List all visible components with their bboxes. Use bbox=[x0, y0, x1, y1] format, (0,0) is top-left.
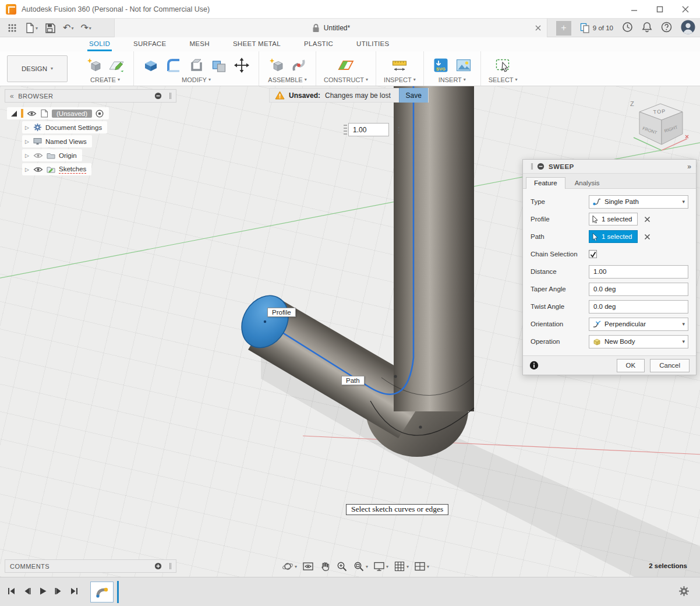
tab-mesh[interactable]: MESH bbox=[188, 38, 211, 51]
combine-button[interactable] bbox=[210, 56, 228, 75]
workspace-selector-button[interactable]: DESIGN ▾ bbox=[7, 55, 68, 82]
press-pull-button[interactable] bbox=[142, 56, 160, 75]
type-dropdown[interactable]: Single Path ▾ bbox=[589, 195, 688, 209]
zoom-button[interactable] bbox=[336, 561, 348, 572]
chain-selection-checkbox[interactable] bbox=[589, 250, 597, 258]
pipe-vertical-segment[interactable] bbox=[394, 86, 474, 411]
profile-select-button[interactable]: 1 selected bbox=[589, 213, 638, 226]
comments-header[interactable]: COMMENTS bbox=[5, 559, 176, 573]
shell-button[interactable] bbox=[187, 56, 206, 75]
pan-button[interactable] bbox=[319, 561, 331, 572]
go-to-start-button[interactable] bbox=[7, 587, 16, 597]
assemble-group-label[interactable]: ASSEMBLE▾ bbox=[268, 76, 306, 83]
timeline-sweep-feature[interactable] bbox=[90, 582, 114, 603]
operation-dropdown[interactable]: New Body ▾ bbox=[589, 335, 688, 348]
elbow-vertex-2[interactable] bbox=[419, 425, 422, 428]
drag-handle-icon[interactable] bbox=[344, 125, 347, 135]
insert-group-label[interactable]: INSERT▾ bbox=[439, 76, 466, 83]
fillet-button[interactable] bbox=[164, 56, 183, 75]
document-root-label[interactable]: (Unsaved) bbox=[52, 110, 92, 118]
play-button[interactable] bbox=[38, 587, 47, 597]
profile-clear-button[interactable] bbox=[644, 216, 650, 223]
sweep-dialog-header[interactable]: SWEEP » bbox=[523, 160, 696, 174]
twist-angle-input[interactable] bbox=[589, 300, 688, 313]
select-button[interactable] bbox=[494, 56, 512, 75]
tab-feature[interactable]: Feature bbox=[526, 177, 565, 189]
file-menu-button[interactable]: ▾ bbox=[22, 20, 40, 36]
profile-center-point[interactable] bbox=[264, 320, 266, 323]
tab-analysis[interactable]: Analysis bbox=[567, 177, 608, 189]
browser-item-origin[interactable]: ▷ Origin bbox=[22, 149, 82, 161]
notifications-button[interactable] bbox=[642, 22, 652, 34]
job-status-button[interactable] bbox=[622, 22, 633, 34]
insert-canvas-button[interactable] bbox=[454, 56, 473, 75]
dialog-expand-icon[interactable]: » bbox=[687, 163, 691, 171]
path-select-button[interactable]: 1 selected bbox=[589, 230, 638, 243]
document-tab-close-button[interactable] bbox=[534, 24, 542, 32]
display-settings-button[interactable]: ▾ bbox=[373, 561, 388, 572]
select-group-label[interactable]: SELECT▾ bbox=[489, 76, 518, 83]
expand-comments-button[interactable] bbox=[154, 562, 162, 570]
tab-sheet-metal[interactable]: SHEET METAL bbox=[231, 38, 282, 51]
panel-resize-handle[interactable] bbox=[169, 563, 171, 569]
browser-item-sketches[interactable]: ▷ Sketches bbox=[22, 163, 91, 175]
browser-item-document-settings[interactable]: ▷ Document Settings bbox=[22, 121, 107, 133]
expander-icon[interactable]: ▷ bbox=[25, 167, 30, 172]
path-clear-button[interactable] bbox=[644, 234, 650, 240]
collapse-dialog-button[interactable] bbox=[537, 163, 545, 170]
cancel-button[interactable]: Cancel bbox=[650, 359, 690, 372]
viewcube-top-label[interactable]: TOP bbox=[653, 108, 666, 115]
modify-group-label[interactable]: MODIFY▾ bbox=[182, 76, 211, 83]
minimize-button[interactable] bbox=[630, 5, 638, 13]
activate-radio-icon[interactable] bbox=[96, 110, 104, 118]
create-group-label[interactable]: CREATE▾ bbox=[90, 76, 120, 83]
timeline-position-marker[interactable] bbox=[117, 581, 119, 603]
assemble-new-component-button[interactable] bbox=[267, 56, 285, 75]
new-document-button[interactable]: + bbox=[556, 21, 571, 36]
move-copy-button[interactable] bbox=[232, 56, 251, 75]
document-tab[interactable]: Untitled* bbox=[114, 19, 547, 37]
elbow-vertex-1[interactable] bbox=[394, 375, 397, 378]
help-button[interactable] bbox=[661, 22, 672, 34]
visibility-eye-icon[interactable] bbox=[27, 110, 37, 117]
new-component-button[interactable] bbox=[84, 56, 103, 75]
fit-button[interactable]: ▾ bbox=[353, 561, 368, 572]
go-to-end-button[interactable] bbox=[70, 587, 79, 597]
dialog-drag-handle[interactable] bbox=[531, 163, 533, 170]
construct-group-label[interactable]: CONSTRUCT▾ bbox=[324, 76, 368, 83]
insert-svg-button[interactable]: SVG bbox=[432, 56, 450, 75]
visibility-off-eye-icon[interactable] bbox=[33, 152, 43, 159]
viewcube[interactable]: Z TOP FRONT RIGHT bbox=[628, 96, 692, 154]
orbit-button[interactable]: ▾ bbox=[282, 561, 297, 572]
manipulator-menu-button[interactable]: ⋮ bbox=[395, 125, 403, 135]
expander-icon[interactable]: ▷ bbox=[25, 125, 30, 131]
collapse-panel-button[interactable] bbox=[154, 92, 162, 100]
browser-collapse-icon[interactable]: « bbox=[10, 92, 14, 100]
create-sketch-button[interactable] bbox=[107, 56, 126, 75]
step-back-button[interactable] bbox=[23, 587, 31, 597]
orientation-dropdown[interactable]: Perpendicular ▾ bbox=[589, 318, 688, 331]
info-icon[interactable] bbox=[529, 361, 539, 370]
grid-snaps-button[interactable]: ▾ bbox=[394, 561, 409, 572]
3d-viewport[interactable]: Unsaved: Changes may be lost Save ⋮ « BR… bbox=[0, 86, 700, 577]
redo-button[interactable]: ↷ ▾ bbox=[78, 20, 93, 36]
user-avatar[interactable] bbox=[681, 20, 695, 36]
measure-button[interactable] bbox=[390, 56, 409, 75]
tab-solid[interactable]: SOLID bbox=[87, 38, 112, 51]
browser-root-row[interactable]: (Unsaved) bbox=[7, 107, 109, 119]
tab-utilities[interactable]: UTILITIES bbox=[355, 38, 391, 51]
browser-item-named-views[interactable]: ▷ Named Views bbox=[22, 135, 92, 147]
expander-icon[interactable]: ▷ bbox=[25, 139, 30, 145]
viewports-button[interactable]: ▾ bbox=[414, 561, 429, 572]
visibility-eye-icon[interactable] bbox=[33, 166, 43, 173]
app-grid-button[interactable] bbox=[5, 20, 20, 36]
look-at-button[interactable] bbox=[302, 561, 314, 572]
step-forward-button[interactable] bbox=[54, 587, 63, 597]
expander-icon[interactable]: ▷ bbox=[25, 153, 30, 158]
timeline-settings-button[interactable] bbox=[678, 586, 690, 598]
ok-button[interactable]: OK bbox=[617, 359, 645, 372]
inspect-group-label[interactable]: INSPECT▾ bbox=[384, 76, 416, 83]
construct-plane-button[interactable] bbox=[337, 56, 355, 75]
close-button[interactable] bbox=[681, 5, 690, 13]
taper-angle-input[interactable] bbox=[589, 283, 688, 296]
